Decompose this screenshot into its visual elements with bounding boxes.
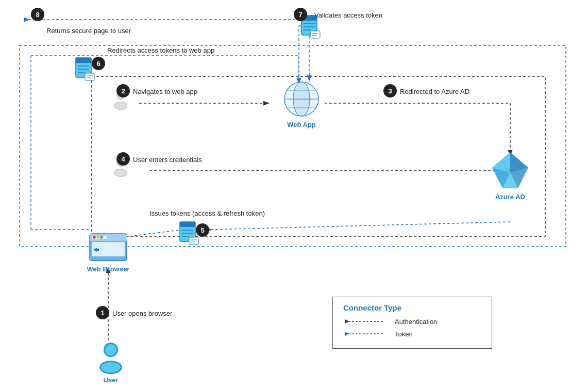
svg-rect-57 xyxy=(85,73,94,80)
web-app-node: Web App xyxy=(276,80,327,128)
step-2-label: Navigates to web app xyxy=(133,88,197,95)
step-4-badge: 4 xyxy=(116,152,130,166)
svg-point-71 xyxy=(114,102,127,109)
legend-token-line-icon xyxy=(343,330,390,338)
svg-point-20 xyxy=(105,344,116,355)
user-icon xyxy=(95,341,126,374)
step-2-badge: 2 xyxy=(116,84,130,98)
svg-rect-53 xyxy=(76,58,91,63)
legend-auth-label: Authentication xyxy=(395,318,437,326)
step-4-label: User enters credentials xyxy=(133,156,202,164)
legend-box: Connector Type Authentication xyxy=(332,297,492,349)
step-1-label: User opens browser xyxy=(112,310,172,317)
step-5-label: Issues tokens (access & refresh token) xyxy=(149,209,294,217)
legend-title: Connector Type xyxy=(343,303,481,312)
web-app-label: Web App xyxy=(287,121,316,128)
legend-token-label: Token xyxy=(395,330,413,338)
legend-authentication-item: Authentication xyxy=(343,317,481,326)
azure-ad-node: Azure AD xyxy=(484,150,536,201)
svg-line-7 xyxy=(211,222,510,230)
diagram-container: User Web Browser We xyxy=(0,0,588,389)
step-5-badge: 5 xyxy=(196,223,209,237)
step-6-badge: 6 xyxy=(92,57,105,70)
step-7-label: Validates access token xyxy=(314,11,382,19)
web-browser-node: Web Browser xyxy=(80,230,137,273)
web-browser-label: Web Browser xyxy=(87,265,130,273)
svg-point-75 xyxy=(114,169,127,176)
svg-rect-49 xyxy=(189,237,198,245)
svg-point-21 xyxy=(101,362,121,372)
svg-point-28 xyxy=(100,236,103,239)
step-6-label: Redirects access tokens to web app xyxy=(107,46,214,54)
step-3-label: Redirected to Azure AD xyxy=(400,88,469,95)
web-browser-icon xyxy=(88,230,129,263)
step-3-badge: 3 xyxy=(383,84,397,98)
web-app-icon xyxy=(282,80,321,119)
legend-auth-line-icon xyxy=(343,317,390,326)
user-label: User xyxy=(104,376,119,384)
step-8-label: Returns secure page to user xyxy=(46,27,131,35)
svg-rect-31 xyxy=(94,249,99,251)
svg-rect-45 xyxy=(180,222,195,227)
svg-rect-65 xyxy=(311,31,320,38)
step-8-badge: 8 xyxy=(31,8,44,21)
azure-ad-icon xyxy=(490,150,531,191)
step-1-badge: 1 xyxy=(96,306,109,319)
legend-token-item: Token xyxy=(343,330,481,338)
svg-point-27 xyxy=(97,236,99,239)
azure-ad-label: Azure AD xyxy=(495,193,525,201)
step-7-badge: 7 xyxy=(294,8,307,21)
svg-point-26 xyxy=(93,236,96,239)
user-node: User xyxy=(88,341,134,384)
